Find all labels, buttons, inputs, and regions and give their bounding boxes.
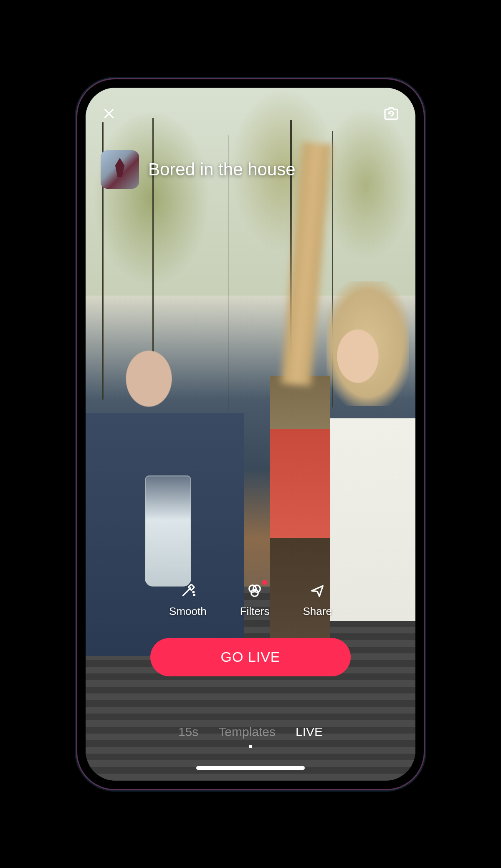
go-live-button[interactable]: GO LIVE [150, 638, 351, 676]
top-controls [86, 104, 415, 123]
stream-cover-thumbnail[interactable] [101, 150, 139, 189]
camera-flip-icon [383, 105, 400, 122]
filters-action[interactable]: Filters [240, 582, 270, 618]
mode-tabs: 15s Templates LIVE [86, 725, 415, 739]
mode-tab-templates[interactable]: Templates [218, 725, 276, 739]
stream-title-row: Bored in the house [101, 150, 400, 189]
action-row: Smooth Filters [86, 582, 415, 618]
close-icon [102, 107, 116, 120]
filters-badge-dot [262, 580, 267, 585]
svg-point-4 [193, 592, 194, 593]
mode-indicator-dot [249, 745, 252, 748]
svg-point-5 [194, 594, 195, 595]
filters-icon [245, 582, 264, 600]
svg-point-8 [251, 589, 258, 596]
share-icon [308, 582, 326, 600]
mode-tab-15s[interactable]: 15s [178, 725, 198, 739]
share-action[interactable]: Share [303, 582, 332, 618]
smooth-label: Smooth [169, 605, 207, 618]
smooth-action[interactable]: Smooth [169, 582, 207, 618]
wand-icon [179, 582, 197, 600]
phone-screen: Bored in the house Smooth [86, 88, 415, 781]
home-indicator[interactable] [196, 766, 305, 770]
camera-preview [86, 88, 415, 781]
stream-title[interactable]: Bored in the house [148, 159, 296, 180]
phone-frame: Bored in the house Smooth [77, 79, 424, 789]
close-button[interactable] [101, 105, 117, 122]
filters-label: Filters [240, 605, 270, 618]
flip-camera-button[interactable] [382, 104, 400, 123]
mode-tab-live[interactable]: LIVE [296, 725, 323, 739]
share-label: Share [303, 605, 332, 618]
